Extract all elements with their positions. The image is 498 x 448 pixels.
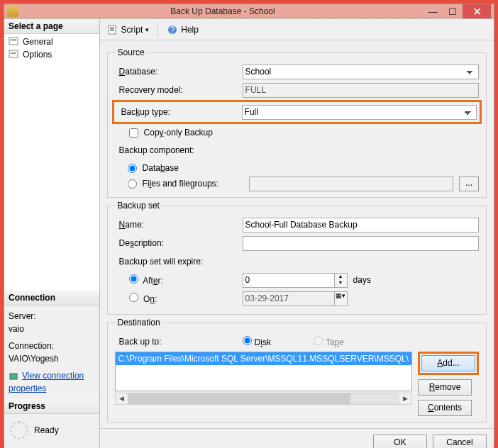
database-label: Database:: [115, 67, 243, 77]
destination-list[interactable]: C:\Program Files\Microsoft SQL Server\MS…: [115, 352, 412, 391]
bs-name-label: Name:: [115, 220, 243, 230]
select-page-header: Select a page: [4, 19, 99, 34]
contents-button[interactable]: Contents: [418, 400, 472, 416]
help-button[interactable]: ? Help: [164, 23, 201, 37]
sidebar-item-label: Options: [23, 50, 52, 60]
connection-label: Connection:: [9, 340, 95, 352]
expire-after-label: After:: [143, 276, 163, 286]
dest-tape-label: Tape: [326, 337, 344, 347]
progress-status: Ready: [34, 425, 59, 435]
database-select[interactable]: School: [243, 65, 479, 79]
chevron-down-icon: ▾: [145, 26, 149, 33]
backup-set-group: Backup set Name: Description: Backup set…: [107, 201, 487, 315]
ok-button[interactable]: OK: [373, 435, 427, 448]
expire-on-radio[interactable]: [129, 293, 138, 302]
days-label: days: [353, 275, 371, 285]
filegroups-browse-button[interactable]: ...: [459, 177, 479, 191]
source-legend: Source: [115, 47, 148, 57]
copy-only-label: Copy-only Backup: [144, 128, 213, 138]
svg-rect-7: [109, 26, 116, 34]
link-icon: [9, 371, 20, 382]
dialog-window: Back Up Database - School — ☐ ✕ Select a…: [4, 4, 494, 444]
server-label: Server:: [9, 310, 95, 323]
svg-rect-5: [11, 53, 16, 54]
svg-rect-2: [11, 40, 16, 41]
bs-name-field[interactable]: [243, 218, 479, 233]
remove-button[interactable]: Remove: [418, 379, 472, 396]
page-icon: [9, 50, 20, 60]
dest-tape-radio: [314, 336, 323, 345]
add-button[interactable]: Add...: [421, 355, 475, 371]
expire-after-stepper[interactable]: ▲▼: [243, 273, 348, 288]
page-icon: [9, 37, 20, 47]
dialog-footer: OK Cancel: [100, 428, 494, 448]
component-database-label: Database: [143, 163, 179, 173]
titlebar[interactable]: Back Up Database - School — ☐ ✕: [4, 4, 494, 18]
bs-description-field[interactable]: [243, 236, 479, 251]
expire-after-radio[interactable]: [129, 274, 138, 284]
expire-on-label: On:: [143, 294, 157, 304]
dest-disk-label: Disk: [255, 337, 271, 347]
svg-rect-1: [11, 39, 16, 40]
svg-rect-4: [11, 52, 16, 52]
expire-on-date: [243, 291, 335, 306]
backup-to-label: Back up to:: [115, 337, 243, 347]
destination-legend: Destination: [115, 318, 163, 327]
recovery-model-field: [243, 83, 479, 98]
close-button[interactable]: ✕: [463, 4, 491, 18]
backup-type-highlight: Backup type: Full: [112, 100, 482, 124]
backup-type-label: Backup type:: [117, 107, 242, 117]
expire-after-value[interactable]: [243, 273, 335, 288]
server-value: vaio: [9, 323, 95, 335]
horizontal-scrollbar[interactable]: ◀▶: [115, 393, 412, 405]
progress-header: Progress: [4, 399, 99, 414]
calendar-icon[interactable]: ▦▾: [335, 291, 348, 306]
connection-info: Server: vaio Connection: VAIO\Yogesh Vie…: [4, 306, 99, 399]
minimize-button[interactable]: —: [423, 4, 443, 18]
connection-header: Connection: [4, 291, 99, 306]
main-panel: Script ▾ ? Help Source Database: School: [100, 19, 494, 448]
filegroups-field: [249, 177, 453, 191]
script-icon: [107, 24, 118, 35]
component-files-radio[interactable]: [128, 179, 137, 189]
app-icon: [7, 6, 18, 17]
backup-type-select[interactable]: Full: [242, 105, 477, 120]
view-connection-properties-link[interactable]: View connection properties: [9, 371, 84, 393]
sidebar-item-options[interactable]: Options: [7, 48, 96, 61]
destination-path[interactable]: C:\Program Files\Microsoft SQL Server\MS…: [116, 352, 411, 365]
recovery-model-label: Recovery model:: [115, 85, 243, 95]
destination-group: Destination Back up to: Disk Tape C:\Pro…: [107, 318, 487, 422]
source-group: Source Database: School Recovery model: …: [107, 47, 487, 198]
progress-spinner-icon: [10, 421, 28, 439]
sidebar-item-general[interactable]: General: [7, 35, 96, 48]
connection-value: VAIO\Yogesh: [9, 352, 95, 365]
dest-disk-radio[interactable]: [243, 336, 252, 345]
copy-only-checkbox[interactable]: [129, 128, 138, 138]
sidebar: Select a page General Options Connection…: [4, 19, 100, 448]
backup-set-legend: Backup set: [115, 201, 162, 211]
component-files-label: Files and filegroups:: [143, 179, 246, 189]
window-title: Back Up Database - School: [23, 6, 423, 16]
backup-component-label: Backup component:: [115, 145, 243, 155]
svg-text:?: ?: [170, 25, 175, 35]
script-button[interactable]: Script ▾: [104, 23, 153, 37]
svg-rect-6: [10, 374, 17, 379]
sidebar-item-label: General: [23, 37, 53, 47]
bs-description-label: Description:: [115, 238, 243, 248]
cancel-button[interactable]: Cancel: [433, 435, 487, 448]
toolbar: Script ▾ ? Help: [100, 19, 494, 40]
maximize-button[interactable]: ☐: [443, 4, 463, 18]
add-button-highlight: Add...: [418, 352, 479, 375]
bs-expire-label: Backup set will expire:: [115, 257, 243, 267]
help-icon: ?: [167, 24, 178, 35]
component-database-radio[interactable]: [128, 164, 137, 173]
